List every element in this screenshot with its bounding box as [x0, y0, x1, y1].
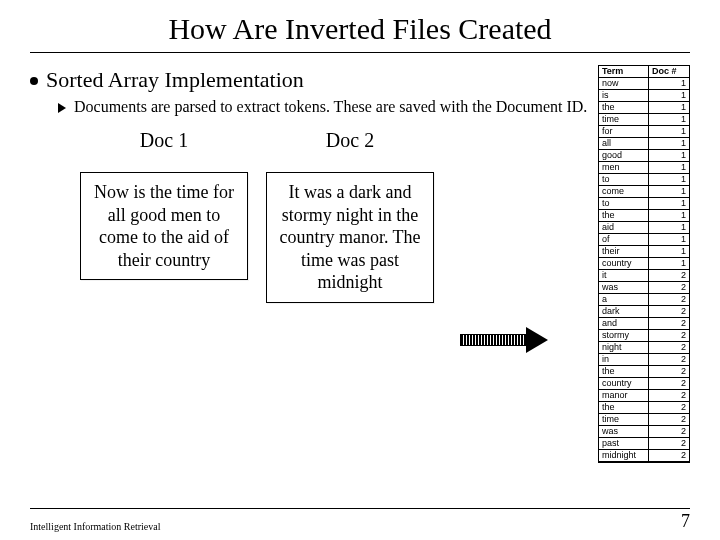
doc2-box: It was a dark and stormy night in the co… — [266, 172, 434, 303]
table-row: night2 — [599, 342, 689, 354]
table-row: is1 — [599, 90, 689, 102]
cell-doc: 2 — [649, 378, 689, 390]
table-row: to1 — [599, 198, 689, 210]
cell-doc: 2 — [649, 330, 689, 342]
table-row: now1 — [599, 78, 689, 90]
table-row: was2 — [599, 282, 689, 294]
table-row: the2 — [599, 366, 689, 378]
cell-term: all — [599, 138, 649, 150]
cell-doc: 1 — [649, 234, 689, 246]
table-row: the1 — [599, 102, 689, 114]
cell-doc: 1 — [649, 78, 689, 90]
cell-doc: 2 — [649, 354, 689, 366]
bullet-level1: Sorted Array Implementation — [30, 67, 590, 93]
cell-doc: 1 — [649, 90, 689, 102]
table-row: of1 — [599, 234, 689, 246]
documents-row: Doc 1 Now is the time for all good men t… — [80, 129, 590, 303]
cell-term: a — [599, 294, 649, 306]
doc1-column: Doc 1 Now is the time for all good men t… — [80, 129, 248, 303]
cell-doc: 1 — [649, 126, 689, 138]
token-table: Term Doc # now1is1the1time1for1all1good1… — [598, 65, 690, 463]
cell-doc: 1 — [649, 138, 689, 150]
cell-term: was — [599, 426, 649, 438]
table-row: in2 — [599, 354, 689, 366]
table-row: good1 — [599, 150, 689, 162]
cell-doc: 2 — [649, 402, 689, 414]
doc1-box: Now is the time for all good men to come… — [80, 172, 248, 280]
cell-doc: 1 — [649, 198, 689, 210]
doc1-label: Doc 1 — [140, 129, 188, 152]
cell-doc: 2 — [649, 366, 689, 378]
bullet-level2: Documents are parsed to extract tokens. … — [58, 97, 590, 117]
page-number: 7 — [681, 511, 690, 532]
table-row: past2 — [599, 438, 689, 450]
table-row: to1 — [599, 174, 689, 186]
table-row: and2 — [599, 318, 689, 330]
cell-doc: 1 — [649, 222, 689, 234]
table-body: now1is1the1time1for1all1good1men1to1come… — [599, 78, 689, 462]
table-row: come1 — [599, 186, 689, 198]
cell-doc: 1 — [649, 162, 689, 174]
cell-doc: 1 — [649, 174, 689, 186]
cell-term: for — [599, 126, 649, 138]
cell-doc: 1 — [649, 150, 689, 162]
bullet-dot-icon — [30, 77, 38, 85]
cell-term: good — [599, 150, 649, 162]
cell-term: men — [599, 162, 649, 174]
cell-term: the — [599, 366, 649, 378]
table-row: a2 — [599, 294, 689, 306]
table-row: aid1 — [599, 222, 689, 234]
cell-doc: 1 — [649, 186, 689, 198]
body-column: Sorted Array Implementation Documents ar… — [30, 67, 598, 303]
cell-term: now — [599, 78, 649, 90]
table-header-row: Term Doc # — [599, 66, 689, 78]
title-row: How Are Inverted Files Created — [30, 12, 690, 53]
cell-term: was — [599, 282, 649, 294]
table-row: dark2 — [599, 306, 689, 318]
footer-source: Intelligent Information Retrieval — [30, 521, 161, 532]
table-row: it2 — [599, 270, 689, 282]
arrow-icon — [460, 330, 550, 350]
cell-term: come — [599, 186, 649, 198]
cell-doc: 2 — [649, 342, 689, 354]
table-row: their1 — [599, 246, 689, 258]
table-row: time2 — [599, 414, 689, 426]
cell-doc: 2 — [649, 426, 689, 438]
bullet-triangle-icon — [58, 103, 66, 113]
footer: Intelligent Information Retrieval 7 — [30, 508, 690, 532]
cell-term: is — [599, 90, 649, 102]
table-row: manor2 — [599, 390, 689, 402]
cell-doc: 1 — [649, 102, 689, 114]
cell-doc: 2 — [649, 450, 689, 462]
doc2-label: Doc 2 — [326, 129, 374, 152]
bullet-level1-text: Sorted Array Implementation — [46, 67, 304, 93]
cell-term: past — [599, 438, 649, 450]
cell-doc: 1 — [649, 246, 689, 258]
cell-doc: 1 — [649, 258, 689, 270]
table-row: stormy2 — [599, 330, 689, 342]
cell-term: midnight — [599, 450, 649, 462]
table-row: country1 — [599, 258, 689, 270]
cell-term: aid — [599, 222, 649, 234]
bullet-level2-text: Documents are parsed to extract tokens. … — [74, 97, 587, 117]
cell-term: the — [599, 210, 649, 222]
table-row: country2 — [599, 378, 689, 390]
cell-term: country — [599, 258, 649, 270]
cell-doc: 2 — [649, 390, 689, 402]
table-row: midnight2 — [599, 450, 689, 462]
cell-term: time — [599, 114, 649, 126]
cell-term: to — [599, 198, 649, 210]
header-term: Term — [599, 66, 649, 78]
doc2-column: Doc 2 It was a dark and stormy night in … — [266, 129, 434, 303]
table-row: was2 — [599, 426, 689, 438]
cell-term: night — [599, 342, 649, 354]
table-row: for1 — [599, 126, 689, 138]
cell-term: the — [599, 402, 649, 414]
cell-doc: 2 — [649, 318, 689, 330]
table-row: all1 — [599, 138, 689, 150]
cell-term: manor — [599, 390, 649, 402]
header-doc: Doc # — [649, 66, 689, 78]
cell-term: the — [599, 102, 649, 114]
table-row: the1 — [599, 210, 689, 222]
cell-doc: 2 — [649, 282, 689, 294]
